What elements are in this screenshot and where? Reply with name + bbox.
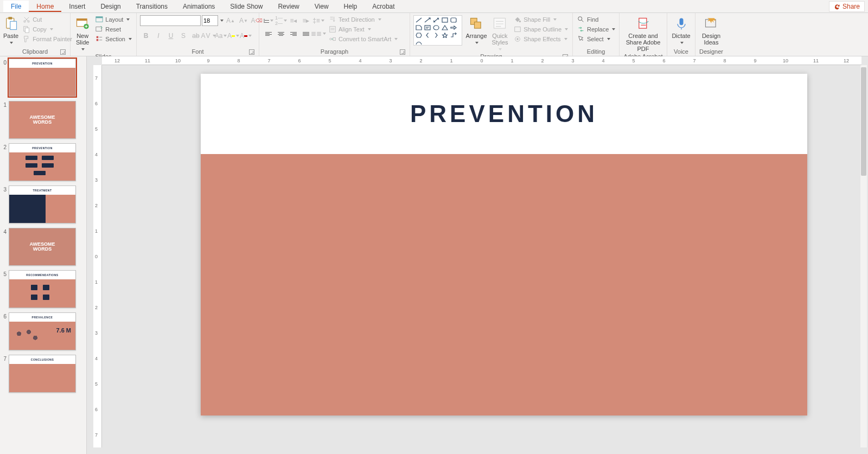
- thumbnail-7[interactable]: 7 CONCLUSIONS: [0, 353, 86, 395]
- ribbon-tabs: File Home Insert Design Transitions Anim…: [0, 0, 868, 13]
- font-name-input[interactable]: [140, 15, 201, 26]
- tab-review[interactable]: Review: [270, 1, 307, 12]
- svg-rect-6: [25, 28, 29, 33]
- group-designer: Design Ideas Designer: [695, 13, 727, 56]
- align-left-button[interactable]: [263, 28, 275, 39]
- underline-button[interactable]: U: [165, 30, 177, 41]
- tab-transitions[interactable]: Transitions: [129, 1, 175, 12]
- thumbnail-5[interactable]: 5 RECOMMENDATIONS: [0, 268, 86, 310]
- italic-button[interactable]: I: [152, 30, 164, 41]
- shape-freeform-icon: [415, 40, 423, 46]
- numbering-button[interactable]: 1—2—: [275, 15, 287, 26]
- create-share-pdf-button[interactable]: Create and Share Adobe PDF: [623, 15, 663, 52]
- bold-button[interactable]: B: [140, 30, 152, 41]
- tab-home[interactable]: Home: [29, 1, 61, 12]
- text-direction-button[interactable]: Text Direction: [328, 15, 399, 24]
- svg-rect-17: [333, 37, 335, 40]
- tab-acrobat[interactable]: Acrobat: [365, 1, 402, 12]
- cut-button[interactable]: Cut: [22, 15, 73, 24]
- tab-animations[interactable]: Animations: [175, 1, 222, 12]
- highlight-button[interactable]: A: [227, 30, 239, 41]
- vertical-ruler: 765432101234567: [93, 65, 102, 447]
- paragraph-dialog-launcher[interactable]: [400, 49, 405, 55]
- tab-help[interactable]: Help: [336, 1, 365, 12]
- shape-effects-button[interactable]: Shape Effects: [513, 35, 569, 43]
- strike-button[interactable]: ab: [190, 30, 202, 41]
- thumbnail-6[interactable]: 6 PREVALENCE 7.6 M: [0, 310, 86, 353]
- slide-body-area[interactable]: [201, 154, 807, 415]
- thumbnail-0[interactable]: 0 PREVENTION: [0, 56, 86, 99]
- fill-icon: [514, 16, 521, 23]
- find-icon: [577, 16, 585, 23]
- slide-title-area[interactable]: PREVENTION: [201, 74, 807, 154]
- slide-editor[interactable]: PREVENTION: [201, 74, 807, 415]
- change-case-button[interactable]: Aa: [215, 30, 227, 41]
- thumbnail-4[interactable]: 4 AWESOMEWORDS: [0, 226, 86, 268]
- font-size-input[interactable]: [202, 15, 218, 26]
- find-button[interactable]: Find: [576, 15, 616, 24]
- paste-button[interactable]: Paste: [3, 15, 18, 46]
- tab-design[interactable]: Design: [93, 1, 128, 12]
- shape-outline-button[interactable]: Shape Outline: [513, 25, 569, 34]
- columns-button[interactable]: ≣≣: [312, 28, 324, 39]
- vertical-scrollbar[interactable]: [860, 65, 867, 447]
- thumbnail-2[interactable]: 2 PREVENTION: [0, 141, 86, 183]
- share-icon: [834, 3, 840, 10]
- shape-connector-icon: [450, 32, 457, 39]
- pdf-icon: [636, 16, 651, 31]
- svg-rect-1: [8, 17, 12, 20]
- align-right-button[interactable]: [288, 28, 299, 39]
- layout-button[interactable]: Layout: [94, 15, 133, 24]
- align-text-button[interactable]: Align Text: [328, 25, 399, 34]
- format-painter-button[interactable]: Format Painter: [22, 35, 73, 43]
- shape-fill-button[interactable]: Shape Fill: [513, 15, 569, 24]
- line-spacing-button[interactable]: ‡≡: [312, 15, 324, 26]
- svg-rect-8: [77, 19, 87, 21]
- group-voice: Dictate Voice: [667, 13, 695, 56]
- ribbon: Paste Cut Copy Format Painter Clipboard …: [0, 13, 868, 56]
- smartart-button[interactable]: Convert to SmartArt: [328, 35, 399, 43]
- shadow-button[interactable]: S: [177, 30, 189, 41]
- copy-button[interactable]: Copy: [22, 25, 73, 34]
- char-spacing-button[interactable]: AV: [202, 30, 214, 41]
- shape-star-icon: [441, 32, 449, 39]
- slide-thumbnails-panel[interactable]: 0 PREVENTION 1 AWESOMEWORDS 2 PREVENTION…: [0, 56, 87, 454]
- tab-file[interactable]: File: [3, 1, 29, 12]
- clipboard-dialog-launcher[interactable]: [60, 49, 66, 55]
- indent-inc-button[interactable]: ≡▸: [300, 15, 312, 26]
- design-ideas-button[interactable]: Design Ideas: [699, 15, 723, 46]
- arrange-button[interactable]: Arrange: [465, 15, 487, 46]
- tab-slideshow[interactable]: Slide Show: [222, 1, 270, 12]
- svg-rect-24: [494, 18, 506, 29]
- thumbnail-1[interactable]: 1 AWESOMEWORDS: [0, 99, 86, 141]
- replace-button[interactable]: Replace: [576, 25, 616, 34]
- reset-icon: [95, 25, 103, 33]
- quick-styles-button[interactable]: Quick Styles: [490, 15, 510, 52]
- new-slide-icon: [75, 16, 90, 31]
- svg-rect-20: [425, 25, 430, 30]
- align-center-button[interactable]: [275, 28, 287, 39]
- thumbnail-3[interactable]: 3 TREATMENT: [0, 183, 86, 226]
- group-drawing: Arrange Quick Styles Shape Fill Shape Ou…: [410, 13, 573, 56]
- tab-view[interactable]: View: [307, 1, 336, 12]
- indent-dec-button[interactable]: ≡◂: [288, 15, 299, 26]
- reset-button[interactable]: Reset: [94, 25, 133, 34]
- share-label: Share: [843, 3, 860, 10]
- shapes-gallery[interactable]: [413, 15, 462, 46]
- mic-icon: [674, 16, 689, 31]
- shape-oval-icon: [432, 24, 440, 31]
- increase-font-button[interactable]: A▲: [225, 15, 237, 26]
- workspace: 0 PREVENTION 1 AWESOMEWORDS 2 PREVENTION…: [0, 56, 868, 454]
- share-button[interactable]: Share: [829, 1, 865, 12]
- decrease-font-button[interactable]: A▼: [238, 15, 250, 26]
- new-slide-button[interactable]: New Slide: [74, 15, 91, 52]
- tab-insert[interactable]: Insert: [61, 1, 93, 12]
- brush-icon: [23, 35, 30, 43]
- justify-button[interactable]: [300, 28, 312, 39]
- font-color-button[interactable]: A: [240, 30, 252, 41]
- dictate-button[interactable]: Dictate: [671, 15, 692, 46]
- font-dialog-launcher[interactable]: [249, 49, 254, 55]
- section-button[interactable]: Section: [94, 35, 133, 43]
- bullets-button[interactable]: [263, 15, 275, 26]
- select-button[interactable]: Select: [576, 35, 616, 43]
